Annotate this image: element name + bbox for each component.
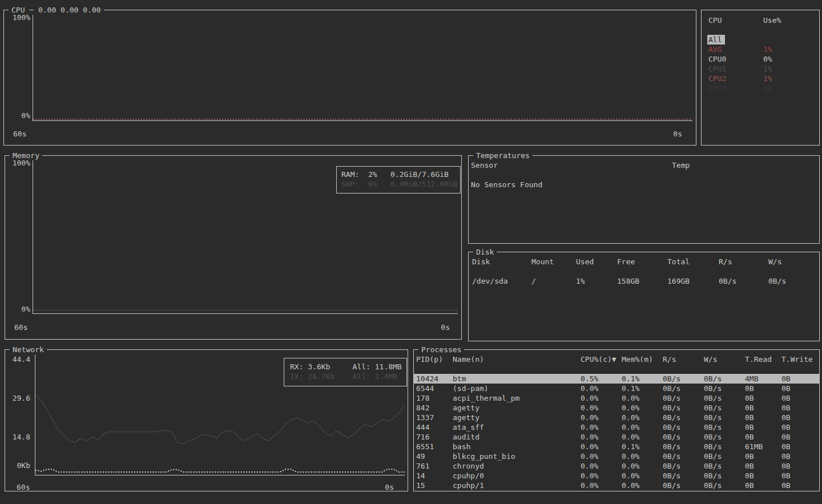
- cpu-legend-use-percent: 0%: [763, 54, 819, 64]
- cpu-x-axis: [33, 120, 692, 121]
- temperatures-panel[interactable]: Temperatures Sensor Temp No Sensors Foun…: [468, 155, 820, 244]
- process-cell: 0B: [781, 422, 819, 432]
- process-cell: 0B: [745, 432, 781, 442]
- cpu-legend-use-percent: 1%: [763, 74, 819, 83]
- process-cell: 1337: [416, 413, 453, 422]
- network-x-left-label: 60s: [17, 482, 30, 492]
- memory-x-right-label: 0s: [441, 322, 450, 332]
- cpu-panel[interactable]: CPU ─ 0.00 0.00 0.00 100% 0% 60s 0s: [3, 10, 696, 146]
- processes-header-cell[interactable]: W/s: [704, 354, 745, 364]
- cpu-legend-row-avg[interactable]: AVG1%: [702, 45, 819, 54]
- cpu-legend-name: All: [707, 35, 725, 45]
- process-cell: 0B: [781, 384, 819, 393]
- network-rx-row: RX: 3.6Kb All: 11.8MB: [290, 362, 402, 372]
- processes-header-cell[interactable]: Name(n): [453, 354, 581, 364]
- process-cell: 0B/s: [663, 393, 704, 403]
- cpu-title-text: CPU: [11, 6, 25, 14]
- cpu-panel-title: CPU ─ 0.00 0.00 0.00: [9, 5, 104, 15]
- process-cell: 0B/s: [704, 413, 745, 422]
- process-cell: 842: [416, 403, 453, 413]
- process-row[interactable]: 444ata_sff0.0%0.0%0B/s0B/s0B0B: [414, 422, 819, 432]
- process-row[interactable]: 842agetty0.0%0.0%0B/s0B/s0B0B: [414, 403, 819, 413]
- process-cell: 0.0%: [622, 413, 663, 422]
- process-cell: 0B/s: [663, 481, 704, 490]
- ram-usage-row: RAM: 2% 0.2GiB/7.6GiB: [341, 170, 449, 179]
- temperatures-col-temp: Temp: [672, 160, 690, 170]
- swap-usage-row: SWP: 0% 0.0MiB/512.0MiB: [341, 179, 458, 189]
- process-cell: acpi_thermal_pm: [453, 393, 581, 403]
- process-cell: 0B: [745, 471, 781, 481]
- processes-header-cell[interactable]: PID(p): [416, 354, 453, 364]
- process-row[interactable]: 49blkcg_punt_bio0.0%0.0%0B/s0B/s0B0B: [414, 451, 819, 461]
- disk-cell: 0B/s: [768, 276, 819, 286]
- process-row[interactable]: 1337agetty0.0%0.0%0B/s0B/s0B0B: [414, 413, 819, 422]
- cpu-legend-name: CPU0: [708, 54, 726, 64]
- disk-cell: 0B/s: [719, 276, 768, 286]
- processes-header-cell[interactable]: T.Read: [745, 354, 781, 364]
- process-cell: 0.0%: [581, 442, 622, 451]
- process-cell: chronyd: [453, 461, 581, 471]
- processes-panel[interactable]: Processes PID(p)Name(n)CPU%(c)▼Mem%(m)R/…: [413, 349, 820, 491]
- process-cell: 0B: [745, 393, 781, 403]
- disk-panel[interactable]: Disk DiskMountUsedFreeTotalR/sW/s /dev/s…: [468, 252, 820, 341]
- cpu-legend-use-percent: 1%: [763, 83, 819, 93]
- network-legend-box: RX: 3.6Kb All: 11.8MB TX: 26.7Kb All: 1.…: [284, 358, 407, 386]
- processes-header-cell[interactable]: T.Write: [781, 354, 819, 364]
- process-cell: 0B/s: [663, 384, 704, 393]
- processes-header-cell[interactable]: CPU%(c)▼: [581, 354, 622, 364]
- process-row[interactable]: 716auditd0.0%0.0%0B/s0B/s0B0B: [414, 432, 819, 442]
- disk-header-cell: R/s: [719, 257, 768, 267]
- process-cell: 14: [416, 471, 453, 481]
- process-cell: 0.0%: [581, 413, 622, 422]
- process-row[interactable]: 178acpi_thermal_pm0.0%0.0%0B/s0B/s0B0B: [414, 393, 819, 403]
- process-cell: 0B: [781, 403, 819, 413]
- disk-header-cell: Used: [576, 257, 617, 267]
- cpu-legend-row-cpu1[interactable]: CPU11%: [702, 64, 819, 74]
- network-panel-title: Network: [10, 345, 47, 354]
- cpu-legend-row-cpu2[interactable]: CPU21%: [702, 74, 819, 83]
- process-cell: 0B: [781, 413, 819, 422]
- process-cell: 0B/s: [663, 461, 704, 471]
- process-cell: 0.0%: [622, 432, 663, 442]
- cpu-legend-panel[interactable]: CPU Use% AllAVG1%CPU00%CPU11%CPU21%CPU31…: [701, 10, 820, 146]
- process-cell: 6551: [416, 442, 453, 451]
- process-cell: 0B/s: [704, 432, 745, 442]
- cpu-legend-row-cpu0[interactable]: CPU00%: [702, 54, 819, 64]
- process-cell: 0.0%: [622, 461, 663, 471]
- process-cell: agetty: [453, 403, 581, 413]
- process-cell: 6544: [416, 384, 453, 393]
- process-cell: blkcg_punt_bio: [453, 451, 581, 461]
- process-cell: 0B/s: [663, 374, 704, 384]
- process-cell: 0B/s: [663, 413, 704, 422]
- process-cell: 0.0%: [581, 481, 622, 490]
- process-cell: 15: [416, 481, 453, 490]
- temperatures-panel-title: Temperatures: [473, 151, 533, 160]
- cpu-legend-name: AVG: [708, 45, 722, 54]
- disk-cell: /dev/sda: [472, 276, 531, 286]
- process-cell: 0B: [781, 432, 819, 442]
- processes-header-cell[interactable]: Mem%(m): [622, 354, 663, 364]
- disk-table-header: DiskMountUsedFreeTotalR/sW/s: [469, 257, 819, 267]
- cpu-legend-name: CPU2: [708, 74, 726, 83]
- process-cell: 0.0%: [622, 471, 663, 481]
- process-cell: 0B/s: [704, 451, 745, 461]
- process-row[interactable]: 761chronyd0.0%0.0%0B/s0B/s0B0B: [414, 461, 819, 471]
- process-cell: 0.0%: [581, 471, 622, 481]
- processes-header-cell[interactable]: R/s: [663, 354, 704, 364]
- cpu-legend-row-cpu3[interactable]: CPU31%: [702, 83, 819, 93]
- cpu-load-average: 0.00 0.00 0.00: [38, 6, 101, 14]
- process-cell: 0B: [745, 481, 781, 490]
- process-cell: agetty: [453, 413, 581, 422]
- cpu-legend-row-all[interactable]: All: [702, 35, 819, 45]
- process-row[interactable]: 6551bash0.0%0.1%0B/s0B/s61MB0B: [414, 442, 819, 451]
- network-panel[interactable]: Network 44.4 29.6 14.8 0Kb 60s 0s RX: 3.…: [5, 349, 408, 491]
- process-cell: 0B: [745, 461, 781, 471]
- process-row[interactable]: 15cpuhp/10.0%0.0%0B/s0B/s0B0B: [414, 481, 819, 490]
- process-cell: 0.1%: [622, 374, 663, 384]
- process-row[interactable]: 6544(sd-pam)0.0%0.1%0B/s0B/s0B0B: [414, 384, 819, 393]
- process-row[interactable]: 14cpuhp/00.0%0.0%0B/s0B/s0B0B: [414, 471, 819, 481]
- process-cell: 761: [416, 461, 453, 471]
- memory-panel[interactable]: Memory 100% 0% 60s 0s RAM: 2% 0.2GiB/7.6…: [5, 155, 462, 340]
- process-cell: cpuhp/0: [453, 471, 581, 481]
- process-row[interactable]: 10424btm0.5%0.1%0B/s0B/s4MB0B: [414, 374, 819, 384]
